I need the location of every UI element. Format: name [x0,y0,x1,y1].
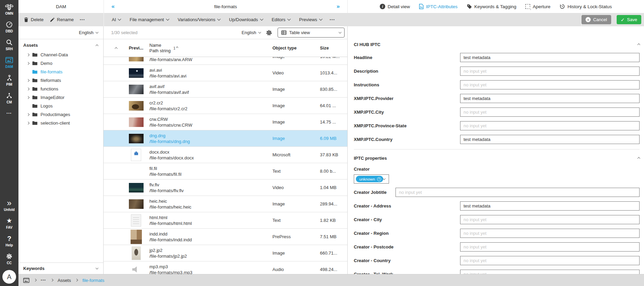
folder-icon [32,53,38,57]
text-input[interactable]: no input yet [460,242,640,252]
delete-button[interactable]: Delete [22,17,46,22]
table-row[interactable]: jp2.jp2 /file-formats/jp2.jp2 Image 660.… [104,245,347,261]
breadcrumb-item-file-formats[interactable]: file-formats [82,278,104,283]
breadcrumb-dam-icon[interactable] [23,278,29,283]
folder-tree-item[interactable]: ImageEditor [18,93,103,102]
text-input[interactable]: no input yet [460,108,640,117]
file-object-type: Image [272,57,320,59]
file-object-type: Image [272,103,320,108]
breadcrumb-collapsed-items[interactable] [41,278,46,282]
collapse-section-icon[interactable] [637,44,640,46]
column-header-name[interactable]: Name Path string 1 [149,43,272,54]
tab-detail-view[interactable]: Detail view [380,4,410,9]
tab-iptc-attributes[interactable]: IPTC-Attributes [419,4,457,9]
rail-item-omn[interactable]: OMN [0,3,18,15]
rail-item-dbd[interactable]: DBD [0,20,18,33]
toolbar-menu[interactable]: Up/Downloads [226,17,266,22]
rail-item-pim[interactable]: P PIM [0,74,18,86]
text-input[interactable]: test metadata [460,201,640,211]
bee-icon [5,3,14,11]
tab-keywords-tagging[interactable]: Keywords & Tagging [467,4,516,9]
folder-tree-item[interactable]: fileformats [18,76,103,85]
table-row[interactable]: docx.docx /file-formats/docx.docx Micros… [104,147,347,163]
toolbar-menu[interactable]: File management [126,17,172,22]
rail-item-dam[interactable]: DAM [0,56,18,69]
table-row[interactable]: arw.ARW /file-formats/arw.ARW Image 10.2… [104,57,347,65]
rail-item-cm[interactable]: CM [0,91,18,104]
table-row[interactable]: flv.flv /file-formats/flv.flv Video 1.04… [104,180,347,196]
more-menus-button[interactable] [328,13,337,26]
folder-tree-item[interactable]: Demo [18,59,103,68]
folder-tree-item[interactable]: file-formats [18,68,103,76]
file-object-type: Image [272,136,320,141]
table-row[interactable]: html.html /file-formats/html.html Text 1… [104,212,347,229]
toolbar-menu[interactable]: Previews [296,17,325,22]
rail-item-help[interactable]: Help [0,234,18,247]
next-asset-button[interactable]: » [337,3,340,10]
expand-keywords-icon[interactable] [95,267,98,269]
file-name: flv.flv [149,182,272,188]
view-mode-select[interactable]: Table view [278,28,345,38]
rail-item-fav[interactable]: FAV [0,217,18,229]
text-input[interactable]: no input yet [460,67,640,76]
iptc-form-pane: CI HUB IPTC Headline test metadata Descr… [348,26,644,274]
list-settings-button[interactable] [266,30,272,36]
rail-item-cc[interactable]: CC [0,252,18,265]
collapse-rows-icon[interactable] [115,47,118,50]
rail-item-srh[interactable]: SRH [0,38,18,51]
folder-icon [32,61,38,66]
file-name: avi.avi [149,67,272,73]
table-row[interactable]: avi.avi /file-formats/avi.avi Video 1013… [104,65,347,81]
text-input[interactable]: test metadata [460,53,640,62]
file-size: 289.94... [320,201,347,206]
text-input[interactable]: no input yet [395,188,640,197]
text-input[interactable]: no input yet [460,256,640,265]
folder-tree-item[interactable]: functions [18,85,103,93]
toolbar-menu[interactable]: AI [109,17,124,22]
file-size: 14.75 ... [320,119,347,125]
more-actions-button[interactable] [78,18,87,22]
text-input[interactable]: test metadata [460,135,640,144]
rail-more-button[interactable] [0,109,18,117]
table-row[interactable]: fil.fil /file-formats/fil.fil Text 8.00 … [104,163,347,180]
file-path: /file-formats/cr2.cr2 [149,106,272,112]
list-language-select[interactable]: English [242,30,260,35]
tab-aperture[interactable]: Aperture [525,4,550,9]
creator-tag[interactable]: unknown [356,176,383,182]
table-row[interactable]: avif.avif /file-formats/avif.avif Image … [104,81,347,98]
collapse-assets-icon[interactable] [95,45,98,47]
folder-tree-item[interactable]: selection-client [18,119,103,127]
text-input[interactable]: no input yet [460,270,640,274]
folder-tree-item[interactable]: Logos [18,102,103,110]
text-input[interactable]: no input yet [460,80,640,89]
table-row[interactable]: indd.indd /file-formats/indd.indd PrePre… [104,229,347,245]
remove-tag-icon[interactable] [377,177,381,181]
folder-tree-item[interactable]: Channel-Data [18,51,103,59]
folder-tree-item[interactable]: Productimages [18,110,103,119]
text-input[interactable]: no input yet [460,229,640,238]
tab-history-lock-status[interactable]: History & Lock-Status [560,4,612,9]
cancel-button[interactable]: Cancel [581,15,611,24]
sidebar-language-select[interactable]: English [79,30,98,35]
save-button[interactable]: Save [617,15,641,24]
toolbar-menu[interactable]: Variations/Versions [175,17,223,22]
table-row[interactable]: heic.heic /file-formats/heic.heic Image … [104,196,347,212]
rail-item-unfold[interactable]: Unfold [0,199,18,212]
breadcrumb-item-assets[interactable]: Assets [57,278,71,283]
table-row[interactable]: dng.dng /file-formats/dng.dng Image 6.09… [104,130,347,147]
prev-asset-button[interactable]: « [111,3,115,10]
text-input[interactable]: test metadata [460,94,640,103]
text-input[interactable]: no input yet [460,215,640,224]
rename-button[interactable]: Rename [48,17,76,22]
toolbar-menu[interactable]: Editors [269,17,293,22]
table-row[interactable]: cr2.cr2 /file-formats/cr2.cr2 Image 64.0… [104,98,347,114]
creator-select[interactable]: unknown [354,174,389,184]
keywords-section-title: Keywords [23,266,44,271]
table-row[interactable]: mp3.mp3 /file-formats/mp3.mp3 Audio 498.… [104,261,347,274]
table-row[interactable]: crw.CRW /file-formats/crw.CRW Image 14.7… [104,114,347,130]
text-input[interactable]: no input yet [460,121,640,130]
user-avatar[interactable]: A [2,270,16,284]
chevron-down-icon [383,177,386,180]
collapse-section-icon[interactable] [637,157,640,160]
chevron-up-icon [176,47,178,49]
